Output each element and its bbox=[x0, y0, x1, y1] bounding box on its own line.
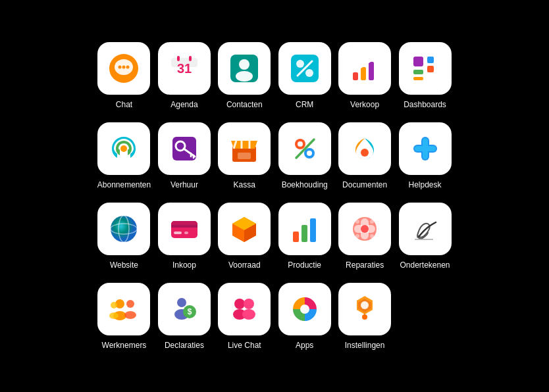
app-label-dashboards: Dashboards bbox=[404, 100, 446, 109]
app-label-werknemers: Werknemers bbox=[102, 341, 147, 350]
svg-point-86 bbox=[362, 314, 367, 320]
svg-point-14 bbox=[296, 60, 304, 68]
app-agenda[interactable]: 31 Agenda bbox=[157, 42, 211, 109]
svg-point-78 bbox=[234, 299, 245, 309]
svg-point-65 bbox=[355, 234, 359, 238]
app-label-contacten: Contacten bbox=[226, 100, 263, 109]
svg-rect-43 bbox=[415, 146, 436, 151]
app-icon-inkoop bbox=[158, 203, 211, 255]
app-chat[interactable]: Chat bbox=[97, 42, 151, 109]
app-helpdesk[interactable]: Helpdesk bbox=[398, 122, 452, 189]
app-icon-instellingen bbox=[338, 283, 391, 335]
svg-point-12 bbox=[236, 71, 253, 82]
app-label-verkoop: Verkoop bbox=[350, 100, 379, 109]
app-label-website: Website bbox=[110, 260, 138, 270]
svg-rect-25 bbox=[413, 77, 423, 80]
app-label-documenten: Documenten bbox=[342, 180, 387, 189]
svg-rect-23 bbox=[427, 66, 434, 72]
app-label-instellingen: Instellingen bbox=[345, 341, 385, 350]
svg-point-3 bbox=[122, 66, 126, 69]
svg-point-15 bbox=[305, 69, 313, 77]
svg-point-39 bbox=[361, 149, 369, 157]
app-label-kassa: Kassa bbox=[234, 180, 255, 189]
svg-point-66 bbox=[370, 234, 374, 238]
app-label-abonnementen: Abonnementen bbox=[97, 180, 151, 189]
svg-point-20 bbox=[375, 56, 379, 60]
app-productie[interactable]: Productie bbox=[278, 203, 331, 270]
app-icon-verhuur bbox=[158, 122, 211, 175]
app-ondertekenen[interactable]: Ondertekenen bbox=[398, 203, 452, 270]
app-icon-crm bbox=[278, 42, 331, 95]
svg-rect-18 bbox=[361, 67, 366, 80]
svg-rect-8 bbox=[177, 56, 180, 61]
svg-point-81 bbox=[242, 309, 255, 320]
app-website[interactable]: Website bbox=[97, 203, 151, 270]
svg-point-85 bbox=[361, 301, 369, 309]
app-label-chat: Chat bbox=[116, 100, 132, 109]
app-werknemers[interactable]: Werknemers bbox=[97, 283, 151, 350]
app-inkoop[interactable]: Inkoop bbox=[157, 203, 211, 270]
svg-point-73 bbox=[109, 312, 118, 319]
app-dashboards[interactable]: Dashboards bbox=[398, 42, 452, 109]
svg-rect-33 bbox=[238, 153, 251, 159]
svg-point-63 bbox=[355, 220, 359, 224]
app-boekhouding[interactable]: Boekhouding bbox=[278, 122, 331, 189]
app-reparaties[interactable]: Reparaties bbox=[338, 203, 391, 270]
svg-point-64 bbox=[370, 220, 374, 224]
svg-rect-49 bbox=[171, 225, 197, 228]
app-label-livechat: Live Chat bbox=[228, 341, 261, 350]
svg-point-79 bbox=[244, 299, 254, 309]
svg-point-74 bbox=[177, 298, 186, 307]
app-icon-boekhouding bbox=[278, 122, 331, 175]
svg-rect-51 bbox=[184, 232, 188, 234]
svg-rect-22 bbox=[427, 57, 434, 63]
app-apps[interactable]: Apps bbox=[278, 283, 331, 350]
app-icon-declaraties: $ bbox=[158, 283, 211, 335]
svg-rect-17 bbox=[353, 72, 358, 80]
app-contacten[interactable]: Contacten bbox=[218, 42, 271, 109]
app-grid: Chat 31 Agenda Contacten bbox=[71, 22, 478, 370]
svg-point-11 bbox=[239, 59, 249, 70]
app-verhuur[interactable]: Verhuur bbox=[157, 122, 211, 189]
svg-point-37 bbox=[307, 151, 312, 156]
svg-point-44 bbox=[111, 216, 137, 242]
app-documenten[interactable]: Documenten bbox=[338, 122, 391, 189]
app-verkoop[interactable]: Verkoop bbox=[338, 42, 391, 109]
app-label-agenda: Agenda bbox=[170, 100, 197, 109]
svg-point-36 bbox=[298, 141, 303, 147]
app-instellingen[interactable]: Instellingen bbox=[338, 283, 391, 350]
app-icon-werknemers bbox=[97, 283, 150, 335]
app-icon-contacten bbox=[218, 42, 271, 95]
svg-point-26 bbox=[120, 145, 127, 152]
app-label-reparaties: Reparaties bbox=[346, 260, 384, 270]
app-icon-dashboards bbox=[399, 42, 452, 95]
svg-rect-24 bbox=[413, 70, 423, 74]
app-icon-livechat bbox=[218, 283, 271, 335]
app-icon-helpdesk bbox=[399, 122, 452, 175]
app-icon-agenda: 31 bbox=[158, 42, 211, 95]
app-label-productie: Productie bbox=[288, 260, 321, 270]
app-icon-voorraad bbox=[218, 203, 271, 255]
svg-point-82 bbox=[300, 305, 309, 314]
app-crm[interactable]: CRM bbox=[278, 42, 331, 109]
app-label-helpdesk: Helpdesk bbox=[409, 180, 442, 189]
svg-rect-21 bbox=[413, 57, 423, 66]
app-label-voorraad: Voorraad bbox=[228, 260, 261, 270]
app-voorraad[interactable]: Voorraad bbox=[218, 203, 271, 270]
app-kassa[interactable]: Kassa bbox=[218, 122, 271, 189]
svg-rect-56 bbox=[293, 232, 299, 242]
app-icon-kassa bbox=[218, 122, 271, 175]
app-icon-website bbox=[97, 203, 150, 255]
app-label-verhuur: Verhuur bbox=[170, 180, 198, 189]
app-declaraties[interactable]: $ Declaraties bbox=[157, 283, 211, 350]
app-label-inkoop: Inkoop bbox=[172, 260, 196, 270]
app-label-ondertekenen: Ondertekenen bbox=[400, 260, 450, 270]
app-label-declaraties: Declaraties bbox=[165, 341, 204, 350]
app-label-apps: Apps bbox=[296, 341, 313, 350]
svg-rect-50 bbox=[174, 232, 182, 234]
app-livechat[interactable]: Live Chat bbox=[218, 283, 271, 350]
app-abonnementen[interactable]: Abonnementen bbox=[97, 122, 151, 189]
svg-point-71 bbox=[124, 311, 136, 319]
app-icon-apps bbox=[278, 283, 331, 335]
svg-rect-19 bbox=[369, 62, 374, 80]
